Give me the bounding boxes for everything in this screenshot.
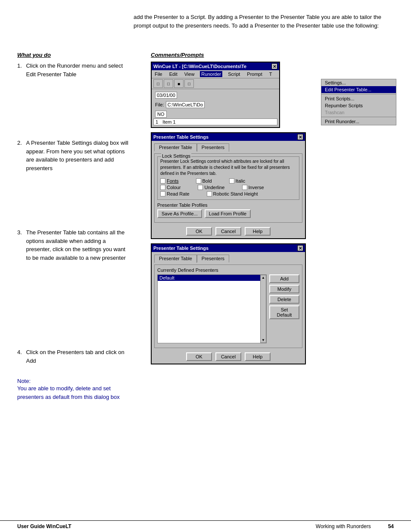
- checkbox-fonts: Fonts: [160, 178, 179, 184]
- menu-trashcan: Trashcan: [321, 109, 396, 116]
- menu-file[interactable]: File: [153, 71, 164, 77]
- left-column-header: What you do: [17, 52, 138, 58]
- checkbox-inverse: Inverse: [242, 185, 264, 190]
- dialog1-ok-btn[interactable]: OK: [186, 227, 212, 236]
- checkbox-colour-box[interactable]: [160, 185, 165, 190]
- presenters-list-area: Default ▲ ▼: [157, 274, 267, 345]
- step-3: 3. The Presenter Table tab contains all …: [17, 228, 138, 262]
- dialog1-titlebar: Presenter Table Settings ✕: [152, 133, 305, 141]
- dialog1: Presenter Table Settings ✕ Presenter Tab…: [151, 132, 306, 239]
- date-row: 03/01/00: [153, 91, 277, 100]
- separator-2: [321, 117, 396, 117]
- menu-script[interactable]: Script: [227, 71, 241, 77]
- dialog1-body: Presenter Table Presenters Lock Settings…: [152, 141, 305, 238]
- step-2: 2. A Presenter Table Settings dialog box…: [17, 139, 138, 172]
- checkbox-inverse-box[interactable]: [242, 185, 247, 190]
- profiles-buttons: Save As Profile... Load From Profile: [157, 209, 299, 218]
- menu-runorder[interactable]: Runorder: [200, 71, 222, 77]
- menu-prompt[interactable]: Prompt: [246, 71, 263, 77]
- dialog2-cancel-btn[interactable]: Cancel: [215, 352, 241, 361]
- presenters-list[interactable]: Default ▲ ▼: [157, 274, 267, 343]
- menu-edit-presenter-table[interactable]: Edit Presenter Table...: [321, 86, 396, 93]
- wincue-menubar: File Edit View Runorder Script Prompt T: [152, 70, 279, 78]
- menu-print-runorder[interactable]: Print Runorder...: [321, 118, 396, 125]
- scroll-down[interactable]: ▼: [261, 338, 266, 342]
- save-profile-btn[interactable]: Save As Profile...: [157, 209, 202, 218]
- tab-presenter-table[interactable]: Presenter Table: [154, 143, 197, 152]
- checkbox-colour: Colour: [160, 185, 181, 190]
- list-scrollbar[interactable]: ▲ ▼: [260, 275, 266, 343]
- toolbar-btn-4[interactable]: □: [184, 79, 194, 88]
- no-row: NO: [153, 110, 277, 118]
- checkbox-row-2: Colour Underline Inverse: [160, 185, 296, 190]
- checkbox-readrate-box[interactable]: [160, 191, 165, 196]
- step-1: 1. Click on the Runorder menu and select…: [17, 62, 138, 78]
- intro-text: add the Presenter to a Script. By adding…: [134, 13, 388, 30]
- tab2-presenter-table[interactable]: Presenter Table: [154, 255, 197, 263]
- scroll-up[interactable]: ▲: [261, 275, 266, 280]
- toolbar-btn-1[interactable]: □: [153, 79, 163, 88]
- add-btn[interactable]: Add: [269, 274, 299, 283]
- menu-view[interactable]: View: [183, 71, 196, 77]
- wincue-main-content: 03/01/00 File: C:\WinCueLT\Do NO 1 Item …: [152, 89, 279, 127]
- checkbox-bold: Bold: [196, 178, 212, 184]
- dialog1-close-btn[interactable]: ✕: [297, 134, 303, 140]
- wincue-close-btn[interactable]: ✕: [271, 63, 277, 69]
- dialog2-titlebar: Presenter Table Settings ✕: [152, 244, 305, 252]
- checkbox-bold-box[interactable]: [196, 178, 201, 184]
- checkbox-underline: Underline: [198, 185, 224, 190]
- dialog1-tab-content: Lock Settings Presenter Lock Settings co…: [154, 153, 302, 223]
- dialog2-tabs: Presenter Table Presenters: [154, 255, 302, 263]
- note-section: Note: You are able to modify, delete and…: [17, 378, 138, 401]
- runorder-dropdown: Settings... Edit Presenter Table... Prin…: [321, 79, 396, 125]
- checkbox-italic: Italic: [229, 178, 246, 184]
- side-buttons: Add Modify Delete Set Default: [269, 274, 299, 345]
- menu-repumber-scripts[interactable]: Repumber Scripts: [321, 102, 396, 109]
- dialog1-tabs: Presenter Table Presenters: [154, 143, 302, 152]
- checkbox-readrate: Read Rate: [160, 191, 190, 196]
- checkbox-row-1: Fonts Bold Italic: [160, 178, 296, 184]
- menu-print-scripts[interactable]: Print Scripts...: [321, 95, 396, 102]
- menu-edit[interactable]: Edit: [168, 71, 179, 77]
- dialog2-ok-btn[interactable]: OK: [186, 352, 212, 361]
- checkbox-underline-box[interactable]: [198, 185, 203, 190]
- wincue-toolbar: □ □ ■ □: [152, 78, 279, 89]
- item-row: 1 Item 1: [153, 118, 277, 125]
- toolbar-btn-2[interactable]: □: [164, 79, 173, 88]
- dialog1-help-btn[interactable]: Help: [245, 227, 271, 236]
- step-4: 4. Click on the Presenters tab and click…: [17, 348, 138, 365]
- dialog2: Presenter Table Settings ✕ Presenter Tab…: [151, 243, 306, 364]
- file-row: File: C:\WinCueLT\Do: [153, 100, 277, 109]
- checkbox-italic-box[interactable]: [229, 178, 234, 184]
- tab2-presenters[interactable]: Presenters: [197, 255, 229, 263]
- dialog2-close-btn[interactable]: ✕: [297, 245, 303, 251]
- modify-btn[interactable]: Modify: [269, 285, 299, 293]
- dialog2-tab-content: Currently Defined Presenters Default ▲: [154, 264, 302, 348]
- dialog1-bottom-buttons: OK Cancel Help: [154, 225, 302, 236]
- dialog2-help-btn[interactable]: Help: [245, 352, 271, 361]
- checkbox-robotic: Robotic Stand Height: [207, 191, 258, 196]
- menu-t[interactable]: T: [268, 71, 274, 77]
- load-profile-btn[interactable]: Load From Profile: [205, 209, 251, 218]
- tab-presenters[interactable]: Presenters: [197, 143, 229, 152]
- right-column-header: Comments/Prompts: [151, 52, 396, 58]
- checkbox-row-3: Read Rate Robotic Stand Height: [160, 191, 296, 196]
- set-default-btn[interactable]: Set Default: [269, 305, 299, 319]
- delete-btn[interactable]: Delete: [269, 295, 299, 304]
- dialog2-main-area: Default ▲ ▼ Add Modify: [157, 274, 299, 345]
- wincue-window: WinCue LT - [C:\WinCueLT\Documents\Te ✕ …: [151, 62, 280, 128]
- checkbox-fonts-box[interactable]: [160, 178, 165, 184]
- list-item-default[interactable]: Default: [158, 275, 266, 281]
- dialog2-body: Presenter Table Presenters Currently Def…: [152, 252, 305, 364]
- dialog1-cancel-btn[interactable]: Cancel: [215, 227, 241, 236]
- wincue-titlebar: WinCue LT - [C:\WinCueLT\Documents\Te ✕: [152, 62, 279, 70]
- page-footer: User Guide WinCueLT Working with Runorde…: [0, 520, 411, 532]
- dialog2-bottom-buttons: OK Cancel Help: [154, 351, 302, 361]
- checkbox-robotic-box[interactable]: [207, 191, 212, 196]
- menu-settings[interactable]: Settings...: [321, 79, 396, 86]
- separator-1: [321, 94, 396, 94]
- lock-settings-group: Lock Settings Presenter Lock Settings co…: [157, 156, 299, 200]
- toolbar-btn-3[interactable]: ■: [174, 79, 184, 88]
